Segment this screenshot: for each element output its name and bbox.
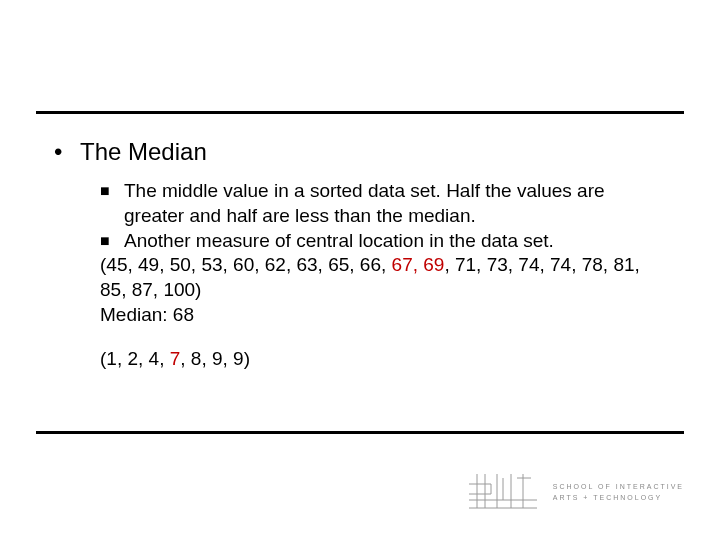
sub-point: ■ The middle value in a sorted data set.… [100,179,666,228]
dataset-pre: (45, 49, 50, 53, 60, 62, 63, 65, 66, [100,254,392,275]
dataset-highlight: 7 [170,348,181,369]
dataset-line: (45, 49, 50, 53, 60, 62, 63, 65, 66, 67,… [100,253,666,302]
bullet-square-icon: ■ [100,229,124,254]
bullet-square-icon: ■ [100,179,124,228]
footer-text-line2: ARTS + TECHNOLOGY [553,492,684,503]
sub-list: ■ The middle value in a sorted data set.… [100,179,666,372]
heading-text: The Median [80,136,207,167]
dataset-pre: (1, 2, 4, [100,348,170,369]
dataset-post: , 8, 9, 9) [180,348,250,369]
sub-point-text: The middle value in a sorted data set. H… [124,179,666,228]
sub-point-text: Another measure of central location in t… [124,229,554,254]
footer-text-line1: SCHOOL OF INTERACTIVE [553,481,684,492]
siat-logo-icon [467,470,539,514]
bullet-dot-icon: • [54,136,80,167]
horizontal-rule-bottom [36,431,684,434]
content-area: • The Median ■ The middle value in a sor… [54,132,666,372]
dataset-line: (1, 2, 4, 7, 8, 9, 9) [100,347,666,372]
slide: • The Median ■ The middle value in a sor… [0,0,720,540]
footer-text: SCHOOL OF INTERACTIVE ARTS + TECHNOLOGY [553,481,684,503]
dataset-highlight: 67, 69 [392,254,445,275]
heading-item: • The Median [54,136,666,167]
horizontal-rule-top [36,111,684,114]
median-result: Median: 68 [100,303,666,328]
sub-point: ■ Another measure of central location in… [100,229,666,254]
footer: SCHOOL OF INTERACTIVE ARTS + TECHNOLOGY [467,466,684,518]
